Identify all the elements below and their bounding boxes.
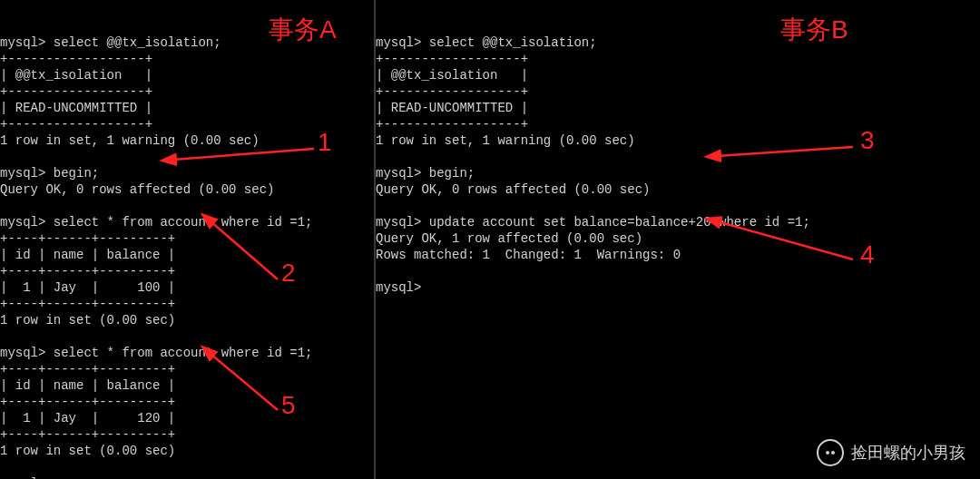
watermark: 捡田螺的小男孩 (817, 439, 965, 466)
terminal-b-output: mysql> select @@tx_isolation; +---------… (376, 34, 980, 296)
watermark-text: 捡田螺的小男孩 (851, 445, 965, 461)
wechat-icon (817, 439, 844, 466)
terminal-screenshot: mysql> select @@tx_isolation; +---------… (0, 0, 980, 479)
terminal-a-output: mysql> select @@tx_isolation; +---------… (0, 34, 374, 479)
terminal-b: mysql> select @@tx_isolation; +---------… (376, 0, 980, 479)
terminal-a: mysql> select @@tx_isolation; +---------… (0, 0, 376, 479)
